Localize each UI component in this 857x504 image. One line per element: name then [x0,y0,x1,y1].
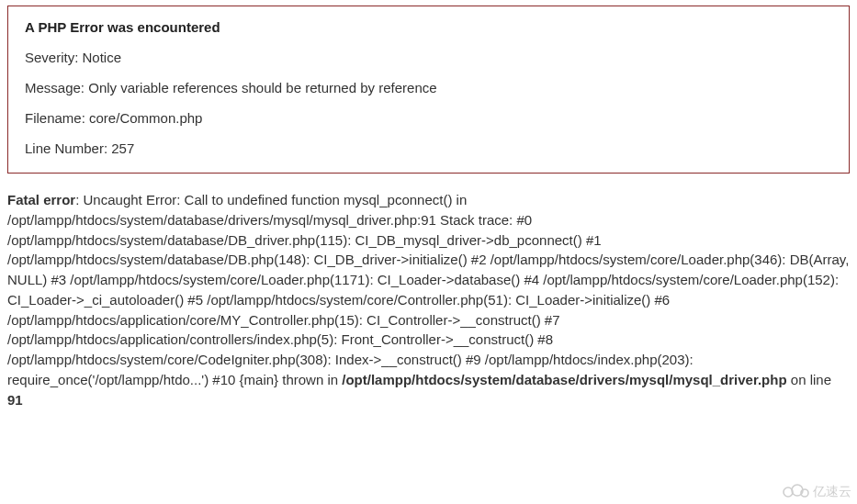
fatal-error-prefix: Fatal error [7,192,75,207]
linenumber-value: 257 [111,140,134,156]
fatal-error-block: Fatal error: Uncaught Error: Call to und… [7,190,850,409]
filename-value: core/Common.php [89,110,202,126]
fatal-error-body: : Uncaught Error: Call to undefined func… [7,192,849,387]
cloud-icon [780,481,811,502]
severity-line: Severity: Notice [25,48,832,67]
fatal-error-path: /opt/lampp/htdocs/system/database/driver… [342,372,786,387]
watermark: 亿速云 [780,481,851,502]
severity-value: Notice [83,50,122,65]
message-value: Only variable references should be retur… [88,80,436,95]
filename-label: Filename: [25,110,85,126]
message-line: Message: Only variable references should… [25,78,832,97]
fatal-error-online: on line [787,372,831,387]
php-error-box: A PHP Error was encountered Severity: No… [7,6,850,174]
error-box-title: A PHP Error was encountered [25,19,832,35]
fatal-error-line: 91 [7,392,23,408]
linenumber-line: Line Number: 257 [25,139,832,158]
linenumber-label: Line Number: [25,140,107,156]
watermark-text: 亿速云 [813,484,851,500]
message-label: Message: [25,80,85,95]
filename-line: Filename: core/Common.php [25,108,832,128]
severity-label: Severity: [25,50,78,65]
